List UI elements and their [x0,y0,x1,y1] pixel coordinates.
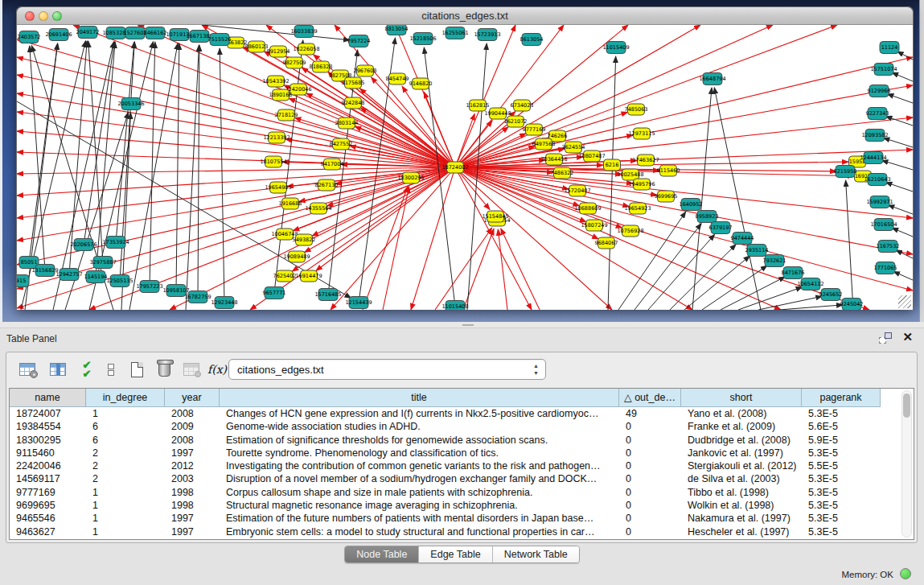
graph-node[interactable] [345,77,362,89]
table-cell[interactable]: Hescheler et al. (1997) [681,525,802,538]
graph-edge[interactable] [363,186,408,310]
graph-edge[interactable] [893,271,913,280]
table-row[interactable]: 1456911722003Disruption of a novel membe… [10,472,914,485]
graph-node[interactable] [586,220,603,231]
graph-node[interactable] [413,78,429,89]
column-header-in_degree[interactable]: in_degree [86,389,165,407]
graph-node[interactable] [868,108,887,120]
graph-edge[interactable] [892,72,913,81]
table-cell[interactable]: 1 [86,486,165,499]
graph-node[interactable] [836,166,855,178]
graph-node[interactable] [110,275,129,287]
table-cell[interactable]: 0 [619,486,681,499]
table-cell[interactable]: 1 [86,407,165,420]
table-cell[interactable]: 5.5E-5 [802,459,881,472]
graph-node[interactable] [60,269,79,281]
graph-node[interactable] [478,29,497,41]
graph-edge[interactable] [176,43,179,290]
table-cell[interactable]: Nakamura et al. (1997) [681,512,802,525]
table-cell[interactable]: 18724007 [10,407,86,420]
graph-node[interactable] [660,165,677,176]
table-cell[interactable]: Disruption of a novel member of a sodium… [220,472,619,485]
graph-node[interactable] [536,138,552,150]
graph-node[interactable] [339,117,355,129]
table-cell[interactable]: 0 [619,459,681,472]
graph-edge[interactable] [327,167,455,206]
graph-node[interactable] [868,174,887,186]
table-cell[interactable]: 1998 [165,499,220,512]
graph-node[interactable] [507,116,524,127]
graph-node[interactable] [289,251,306,262]
graph-node[interactable] [874,64,893,76]
table-cell[interactable]: Stergiakouli et al. (2012) [681,459,802,472]
graph-node[interactable] [106,237,125,249]
column-header-name[interactable]: name [10,389,86,407]
graph-node[interactable] [681,199,700,211]
graph-node[interactable] [298,43,315,55]
column-header-short[interactable]: short [681,389,802,407]
table-cell[interactable]: 6 [86,420,165,433]
table-cell[interactable]: 1 [86,525,165,538]
graph-node[interactable] [546,154,563,165]
graph-node[interactable] [310,203,327,214]
graph-node[interactable] [17,275,29,287]
citation-network-graph[interactable]: 1872400776638228860123891295418226058982… [17,25,913,310]
table-cell[interactable]: 22420046 [10,459,86,472]
graph-node[interactable] [269,132,285,143]
table-cell[interactable]: 18300295 [10,434,86,447]
column-header-title[interactable]: title [220,389,619,407]
panel-splitter[interactable] [0,322,924,328]
table-row[interactable]: 969969511998Structural magnetic resonanc… [10,499,914,512]
table-cell[interactable]: 1997 [165,525,220,538]
graph-node[interactable] [413,33,433,45]
graph-node[interactable] [265,156,282,167]
graph-node[interactable] [170,29,189,41]
graph-node[interactable] [864,152,883,164]
graph-node[interactable] [876,262,895,274]
graph-edge[interactable] [17,39,455,167]
graph-edge[interactable] [882,160,913,170]
delete-column-button[interactable] [153,358,175,381]
graph-edge[interactable] [885,183,913,192]
graph-edge[interactable] [888,205,913,214]
graph-edge[interactable] [892,228,913,237]
table-cell[interactable]: Franke et al. (2009) [681,420,802,433]
graph-node[interactable] [78,27,97,39]
graph-node[interactable] [604,159,621,171]
graph-node[interactable] [447,162,464,173]
graph-edge[interactable] [17,167,455,289]
graph-node[interactable] [606,42,626,54]
table-cell[interactable]: 5.3E-5 [802,447,881,459]
table-cell[interactable]: Jankovic et al. (1997) [681,447,802,459]
table-cell[interactable]: 2008 [165,407,220,420]
graph-node[interactable] [580,203,597,214]
table-row[interactable]: 2242004622012Investigating the contribut… [10,459,914,472]
table-cell[interactable]: 2009 [165,420,220,433]
graph-node[interactable] [446,301,465,311]
table-row[interactable]: 1830029562008Estimation of significance … [10,434,914,447]
tab-node-table[interactable]: Node Table [345,546,419,562]
graph-edge[interactable] [455,25,837,167]
graph-edge[interactable] [634,224,701,310]
scrollbar-thumb[interactable] [903,393,910,418]
table-cell[interactable]: 5.3E-5 [802,407,881,420]
tab-network-table[interactable]: Network Table [493,546,579,562]
graph-node[interactable] [554,167,571,179]
table-row[interactable]: 911546021997Tourette syndrome. Phenomeno… [10,447,914,459]
graph-node[interactable] [565,142,582,153]
graph-edge[interactable] [887,94,913,103]
graph-node[interactable] [125,27,145,39]
table-cell[interactable]: 0 [619,499,681,512]
network-window-titlebar[interactable]: citations_edges.txt [17,7,913,25]
graph-node[interactable] [277,270,294,282]
graph-edge[interactable] [17,57,455,167]
graph-node[interactable] [35,265,55,277]
graph-node[interactable] [658,191,675,202]
table-cell[interactable]: Structural magnetic resonance image aver… [220,499,619,512]
graph-edge[interactable] [88,41,103,262]
table-cell[interactable]: 2012 [165,459,220,472]
table-selector-dropdown[interactable]: citations_edges.txt ▲▼ [228,359,546,380]
table-cell[interactable]: 1997 [165,447,220,459]
graph-edge[interactable] [779,305,843,310]
table-cell[interactable]: 2008 [165,434,220,447]
